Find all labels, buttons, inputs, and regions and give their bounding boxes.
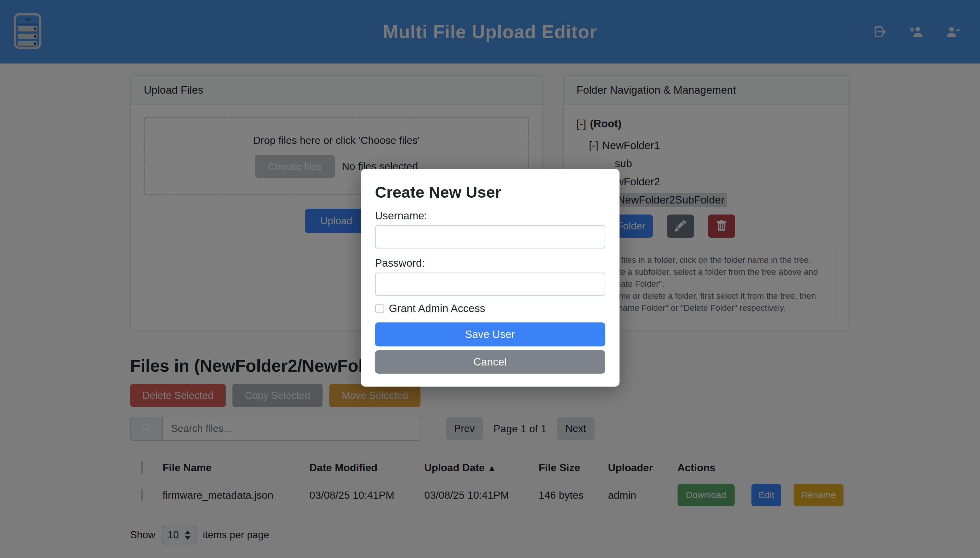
username-label: Username: — [375, 210, 605, 222]
cancel-button[interactable]: Cancel — [375, 350, 605, 374]
username-field[interactable] — [375, 225, 605, 249]
modal-title: Create New User — [375, 183, 605, 201]
password-label: Password: — [375, 257, 605, 269]
password-field[interactable] — [375, 272, 605, 296]
grant-admin-label: Grant Admin Access — [389, 302, 485, 315]
create-user-modal: Create New User Username: Password: Gran… — [361, 169, 620, 387]
save-user-button[interactable]: Save User — [375, 322, 605, 346]
grant-admin-checkbox[interactable] — [375, 304, 384, 313]
